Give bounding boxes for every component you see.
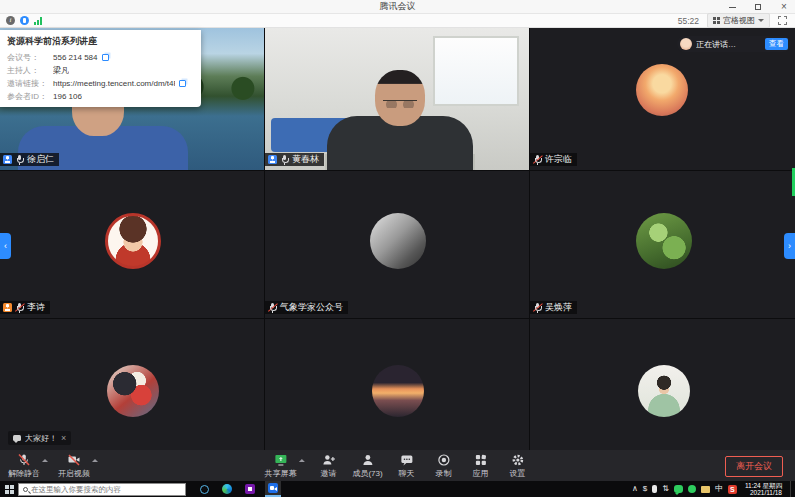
office-app-button[interactable] <box>242 481 258 497</box>
leave-meeting-button[interactable]: 离开会议 <box>725 456 783 477</box>
sogou-input-icon[interactable]: S <box>728 485 737 494</box>
search-input[interactable] <box>31 485 181 494</box>
participant-id-label: 参会者ID： <box>7 91 53 102</box>
meeting-app-button[interactable] <box>265 481 281 497</box>
meeting-title: 资源科学前沿系列讲座 <box>7 35 194 48</box>
cortana-icon <box>200 485 209 494</box>
speaking-toast: 正在讲话… 查看 <box>677 36 791 52</box>
show-desktop-button[interactable] <box>790 481 793 497</box>
apps-grid-icon <box>474 453 488 467</box>
avatar <box>107 365 159 417</box>
window-titlebar: 腾讯会议 × <box>0 0 795 14</box>
window-controls: × <box>725 0 791 14</box>
video-tile-wuhuanping[interactable]: 吴焕萍 <box>530 171 795 318</box>
edge-icon <box>222 484 232 494</box>
meeting-timer: 55:22 <box>678 16 699 26</box>
settings-button[interactable]: 设置 <box>505 453 531 479</box>
meeting-statusbar: i 55:22 宫格视图 <box>0 14 795 28</box>
copy-icon[interactable] <box>179 80 186 87</box>
taskbar-search[interactable] <box>18 483 186 496</box>
mic-options-chevron[interactable] <box>42 459 48 462</box>
record-button[interactable]: 录制 <box>431 453 457 479</box>
avatar <box>638 365 690 417</box>
meeting-no-label: 会议号： <box>7 52 53 63</box>
apps-button[interactable]: 应用 <box>468 453 494 479</box>
gear-icon <box>511 453 525 467</box>
meeting-info-icon[interactable]: i <box>6 16 15 25</box>
participant-name: 吴焕萍 <box>545 301 572 314</box>
page-next-arrow[interactable]: › <box>784 233 795 259</box>
participant-nametag: 吴焕萍 <box>530 301 577 314</box>
participant-nametag: 气象学家公众号 <box>265 301 348 314</box>
unmute-button[interactable]: 解除静音 <box>8 453 40 479</box>
edge-button[interactable] <box>219 481 235 497</box>
mic-muted-icon <box>15 302 24 313</box>
video-options-chevron[interactable] <box>92 459 98 462</box>
apps-label: 应用 <box>473 468 489 479</box>
chat-bubble-icon <box>13 435 21 441</box>
copy-icon[interactable] <box>102 54 109 61</box>
clock-date: 2021/11/18 <box>745 489 782 496</box>
page-previous-arrow[interactable]: ‹ <box>0 233 11 259</box>
grid-view-icon <box>713 17 720 24</box>
start-button[interactable] <box>0 481 18 497</box>
video-scene-livingroom <box>265 28 529 170</box>
chat-button[interactable]: 聊天 <box>394 453 420 479</box>
members-button[interactable]: 成员(73) <box>352 453 382 479</box>
close-icon[interactable]: × <box>61 434 66 442</box>
participant-nametag: 黄春林 <box>265 153 324 166</box>
participant-nametag: 李诗 <box>0 301 50 314</box>
minimize-button[interactable] <box>725 1 739 13</box>
cortana-button[interactable] <box>196 481 212 497</box>
close-button[interactable]: × <box>777 1 791 13</box>
participant-name: 徐启仁 <box>27 153 54 166</box>
windows-taskbar: ∧ $ ⇅ 中 S 11:24 星期四 2021/11/18 <box>0 481 795 497</box>
speaker-avatar <box>680 38 692 50</box>
grid-view-button[interactable]: 宫格视图 <box>707 13 770 28</box>
participant-name: 许宗临 <box>545 153 572 166</box>
office-app-icon <box>245 484 255 494</box>
avatar <box>372 365 424 417</box>
clock-time: 11:24 星期四 <box>745 482 782 489</box>
members-icon <box>360 453 374 467</box>
participant-name: 气象学家公众号 <box>280 301 343 314</box>
avatar <box>370 213 426 269</box>
video-tile-huangchunlin[interactable]: 黄春林 <box>265 28 529 170</box>
mic-muted-icon <box>533 302 542 313</box>
folder-tray-icon[interactable] <box>701 486 710 493</box>
record-label: 录制 <box>436 468 452 479</box>
host-label: 主持人： <box>7 65 53 76</box>
avatar <box>636 213 692 269</box>
fullscreen-icon[interactable] <box>778 16 787 25</box>
person-badge-icon <box>268 155 277 164</box>
video-tile-row3-3[interactable] <box>530 319 795 450</box>
start-video-button[interactable]: 开启视频 <box>58 453 90 479</box>
toast-action-button[interactable]: 查看 <box>765 38 788 50</box>
input-language-indicator[interactable]: 中 <box>715 481 723 497</box>
video-tile-lishi[interactable]: 李诗 <box>0 171 264 318</box>
currency-tray-icon[interactable]: $ <box>643 481 647 497</box>
system-tray: ∧ $ ⇅ 中 S 11:24 星期四 2021/11/18 <box>632 481 793 497</box>
chat-label: 聊天 <box>399 468 415 479</box>
meeting-info-popup: 资源科学前沿系列讲座 会议号： 556 214 584 主持人： 梁凡 邀请链接… <box>0 30 201 107</box>
start-video-label: 开启视频 <box>58 468 90 479</box>
share-screen-button[interactable]: 共享屏幕 <box>264 453 296 479</box>
invite-button[interactable]: 邀请 <box>315 453 341 479</box>
tray-expand-chevron[interactable]: ∧ <box>632 481 638 497</box>
invite-link-value[interactable]: https://meeting.tencent.com/dm/t4FgKWCBg… <box>53 79 175 88</box>
mic-tray-icon[interactable] <box>652 485 657 493</box>
chat-preview-pill[interactable]: 大家好！ × <box>8 431 71 445</box>
network-signal-icon[interactable] <box>34 17 42 25</box>
network-updown-icon[interactable]: ⇅ <box>662 481 669 497</box>
share-options-chevron[interactable] <box>298 459 304 462</box>
mic-on-icon <box>280 154 289 165</box>
video-tile-row3-2[interactable] <box>265 319 529 450</box>
meeting-protection-icon[interactable] <box>20 16 29 25</box>
sync-tray-icon[interactable] <box>688 485 696 493</box>
video-tile-meteorologist[interactable]: 气象学家公众号 <box>265 171 529 318</box>
wechat-tray-icon[interactable] <box>674 485 683 493</box>
taskbar-clock[interactable]: 11:24 星期四 2021/11/18 <box>742 482 785 496</box>
maximize-button[interactable] <box>751 1 765 13</box>
invite-person-icon <box>321 453 335 467</box>
participant-nametag: 许宗临 <box>530 153 577 166</box>
